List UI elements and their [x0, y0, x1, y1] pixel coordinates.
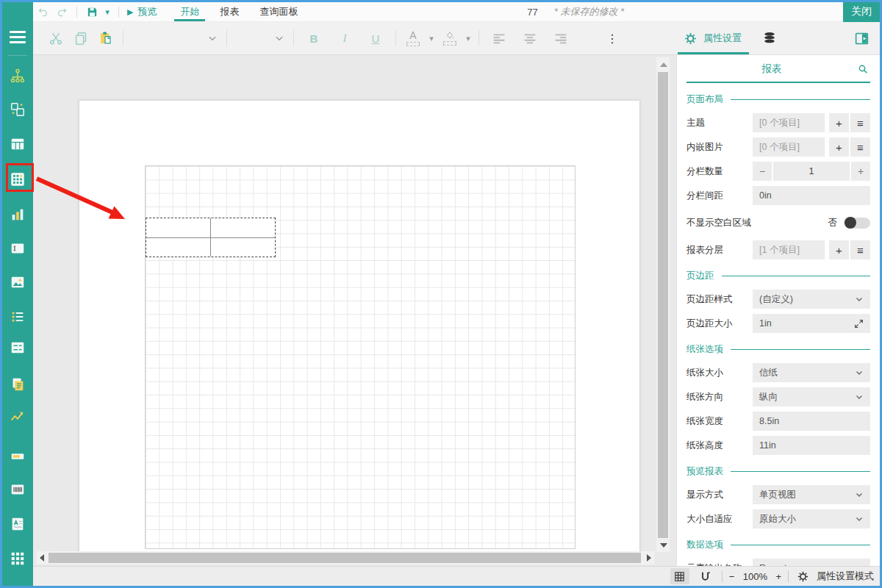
- align-center-button[interactable]: [514, 30, 545, 46]
- progress-bar-tool-icon[interactable]: [10, 448, 26, 465]
- save-icon[interactable]: [82, 5, 101, 18]
- design-grid[interactable]: [145, 165, 576, 549]
- tab-report[interactable]: 报表: [209, 2, 249, 21]
- font-color-button[interactable]: A: [401, 31, 426, 46]
- design-canvas[interactable]: [33, 55, 676, 566]
- image-tool-icon[interactable]: [10, 274, 26, 290]
- paper-orientation-dropdown[interactable]: 纵向: [753, 387, 870, 406]
- report-designer-window: ▾ ▶ 预览 开始 报表 查询面板 77 * 未保存的修改 * 关闭: [0, 0, 882, 588]
- nested-region-tool-icon[interactable]: [10, 101, 26, 118]
- vertical-scroll-thumb[interactable]: [658, 72, 668, 538]
- data-source-icon[interactable]: [762, 31, 777, 46]
- zoom-in-button[interactable]: +: [775, 571, 781, 582]
- item-menu-button[interactable]: ≡: [850, 240, 870, 259]
- font-family-dropdown[interactable]: [128, 29, 222, 48]
- separator: [478, 30, 479, 46]
- redo-icon[interactable]: [52, 5, 71, 18]
- list-tool-icon[interactable]: [10, 309, 26, 325]
- more-options-icon[interactable]: ⋮: [601, 32, 623, 46]
- section-title-page-layout: 页面布局: [686, 93, 870, 106]
- property-row-theme: 主题 [0 个项目] + ≡: [686, 113, 870, 132]
- mode-label[interactable]: 属性设置模式: [817, 570, 874, 583]
- undo-icon[interactable]: [33, 5, 52, 18]
- properties-panel-tab[interactable]: 属性设置: [676, 22, 750, 54]
- rich-text-tool-icon[interactable]: [10, 516, 26, 532]
- scroll-down-icon[interactable]: [660, 543, 667, 548]
- cut-icon[interactable]: [43, 30, 68, 46]
- align-right-button[interactable]: [545, 30, 576, 46]
- size-fit-dropdown[interactable]: 原始大小: [753, 509, 870, 528]
- textbox-tool-icon[interactable]: [10, 240, 26, 257]
- barcode-tool-icon[interactable]: [10, 481, 26, 498]
- property-row-paper-size: 纸张大小 信纸: [686, 363, 870, 382]
- search-icon[interactable]: [857, 63, 870, 75]
- collapse-panel-icon[interactable]: [854, 31, 870, 46]
- item-menu-button[interactable]: ≡: [850, 113, 870, 132]
- separator: [118, 7, 119, 18]
- tab-query-panel[interactable]: 查询面板: [249, 2, 308, 21]
- table-cell[interactable]: [146, 218, 211, 238]
- embedded-images-field[interactable]: [0 个项目]: [753, 137, 825, 157]
- bold-button[interactable]: B: [298, 32, 329, 45]
- add-button[interactable]: +: [829, 137, 849, 157]
- font-size-dropdown[interactable]: [232, 29, 289, 48]
- scroll-right-icon[interactable]: [647, 554, 651, 562]
- zoom-level: 100%: [741, 571, 769, 582]
- selected-table-element[interactable]: [146, 218, 276, 257]
- italic-button[interactable]: I: [329, 32, 360, 45]
- horizontal-scroll-thumb[interactable]: [49, 553, 641, 563]
- fill-color-button[interactable]: [437, 31, 462, 46]
- table-cell[interactable]: [211, 218, 275, 238]
- element-output-name-field[interactable]: Report: [753, 559, 870, 566]
- scroll-left-icon[interactable]: [40, 554, 44, 562]
- grid-toggle-button[interactable]: [670, 568, 689, 584]
- save-options-caret-icon[interactable]: ▾: [101, 7, 113, 17]
- vertical-scrollbar[interactable]: [656, 57, 670, 552]
- column-count-value[interactable]: 1: [773, 162, 850, 181]
- menu-icon[interactable]: [10, 31, 26, 44]
- expand-icon[interactable]: [854, 319, 864, 329]
- paper-size-dropdown[interactable]: 信纸: [753, 363, 870, 382]
- fill-color-caret-icon[interactable]: ▾: [462, 34, 474, 43]
- report-page[interactable]: [79, 100, 640, 553]
- paste-icon[interactable]: [93, 30, 118, 46]
- hide-blank-area-toggle[interactable]: [844, 218, 870, 229]
- margin-style-dropdown[interactable]: (自定义): [753, 290, 870, 309]
- item-menu-button[interactable]: ≡: [850, 137, 870, 157]
- banded-list-tool-icon[interactable]: [10, 340, 26, 356]
- tab-start[interactable]: 开始: [170, 2, 209, 21]
- decrement-button[interactable]: −: [753, 162, 772, 181]
- margin-size-field[interactable]: 1in: [753, 314, 870, 333]
- sparkline-tool-icon[interactable]: [10, 409, 26, 426]
- font-color-caret-icon[interactable]: ▾: [426, 34, 437, 43]
- preview-button[interactable]: ▶ 预览: [127, 5, 157, 18]
- gear-icon[interactable]: [795, 568, 810, 584]
- display-mode-dropdown[interactable]: 单页视图: [753, 485, 870, 504]
- hierarchy-tool-icon[interactable]: [10, 68, 26, 84]
- align-left-button[interactable]: [484, 30, 514, 46]
- zoom-out-button[interactable]: −: [729, 571, 735, 582]
- close-button[interactable]: 关闭: [843, 2, 880, 22]
- table-cell[interactable]: [211, 238, 275, 257]
- subreport-tool-icon[interactable]: [10, 376, 26, 392]
- copy-icon[interactable]: [68, 30, 93, 46]
- column-spacing-field[interactable]: 0in: [753, 186, 870, 205]
- property-row-paper-orientation: 纸张方向 纵向: [686, 387, 870, 406]
- property-row-size-fit: 大小自适应 原始大小: [686, 509, 870, 528]
- underline-button[interactable]: U: [360, 32, 391, 45]
- tablix-tool-icon[interactable]: [10, 551, 26, 567]
- table-cell[interactable]: [146, 238, 211, 257]
- theme-field[interactable]: [0 个项目]: [753, 113, 825, 132]
- scroll-up-icon[interactable]: [660, 62, 667, 67]
- horizontal-scrollbar[interactable]: [37, 551, 654, 564]
- report-layers-field[interactable]: [1 个项目]: [753, 240, 825, 259]
- increment-button[interactable]: +: [851, 162, 870, 181]
- paper-width-field[interactable]: 8.5in: [753, 412, 870, 431]
- paper-height-field[interactable]: 11in: [753, 436, 870, 455]
- chart-tool-icon[interactable]: [10, 207, 26, 223]
- add-button[interactable]: +: [829, 113, 849, 132]
- snap-magnet-button[interactable]: [696, 568, 715, 584]
- section-title-preview-report: 预览报表: [686, 465, 870, 478]
- add-button[interactable]: +: [829, 240, 849, 259]
- table-tool-icon[interactable]: [10, 136, 26, 152]
